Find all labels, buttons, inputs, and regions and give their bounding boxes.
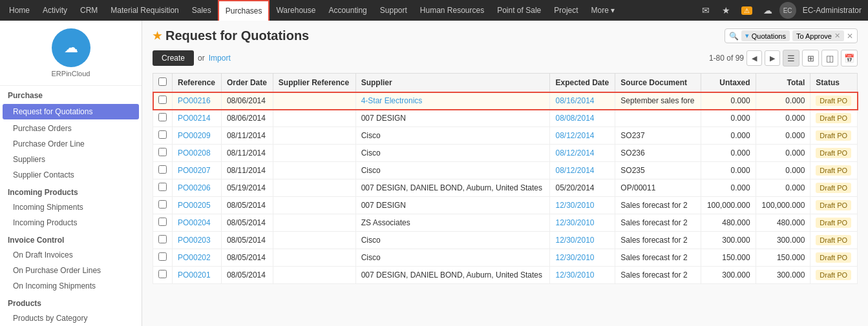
row-reference[interactable]: PO00202 <box>173 249 222 267</box>
row-supplier: 007 DESIGN <box>355 110 550 127</box>
filter-tag-to-approve[interactable]: To Approve ✕ <box>792 30 844 41</box>
nav-item-accounting[interactable]: Accounting <box>322 0 373 21</box>
sidebar-item-incoming-shipments[interactable]: Incoming Shipments <box>0 199 142 215</box>
row-checkbox[interactable] <box>153 127 173 145</box>
notification-icon[interactable]: ⚠ <box>738 1 756 19</box>
sidebar-item-po-line[interactable]: Purchase Order Line <box>0 136 142 152</box>
sidebar: ☁ ERPinCloud Purchase Request for Quotat… <box>0 21 142 326</box>
row-checkbox[interactable] <box>153 267 173 284</box>
row-checkbox[interactable] <box>153 197 173 214</box>
table-row[interactable]: PO0021608/06/20144-Star Electronics08/16… <box>153 92 858 110</box>
sidebar-item-draft-invoices[interactable]: On Draft Invoices <box>0 247 142 263</box>
row-total: 300.000 <box>756 267 810 284</box>
toolbar-left: Create or Import <box>153 50 231 66</box>
row-checkbox[interactable] <box>153 179 173 197</box>
row-status: Draft PO <box>810 214 858 232</box>
row-reference[interactable]: PO00203 <box>173 232 222 249</box>
filter-tag-quotations[interactable]: ▾ Quotations <box>741 30 790 41</box>
nav-item-purchases[interactable]: Purchases <box>218 0 270 21</box>
prev-page-button[interactable]: ◀ <box>746 50 762 66</box>
row-supplier-ref <box>273 267 355 284</box>
row-reference[interactable]: PO00209 <box>173 127 222 145</box>
nav-item-pos[interactable]: Point of Sale <box>491 0 547 21</box>
sidebar-item-purchase-orders[interactable]: Purchase Orders <box>0 121 142 136</box>
calendar-view-button[interactable]: 📅 <box>841 50 858 66</box>
sidebar-item-products-by-category[interactable]: Products by Category <box>0 311 142 326</box>
row-reference[interactable]: PO00214 <box>173 110 222 127</box>
create-button[interactable]: Create <box>153 50 194 66</box>
form-view-button[interactable]: ◫ <box>821 50 838 66</box>
row-checkbox[interactable] <box>153 92 173 110</box>
user-label[interactable]: EC-Administrator <box>799 6 865 15</box>
row-source-doc: Sales forecast for 2 <box>615 232 701 249</box>
row-expected-date: 08/12/2014 <box>550 162 615 179</box>
top-nav-right: ✉ ★ ⚠ ☁ EC EC-Administrator <box>697 1 865 19</box>
row-checkbox[interactable] <box>153 214 173 232</box>
sidebar-section-invoice: Invoice Control <box>0 230 142 247</box>
row-total: 0.000 <box>756 92 810 110</box>
table-row[interactable]: PO0021408/06/2014007 DESIGN08/08/20140.0… <box>153 110 858 127</box>
nav-item-warehouse[interactable]: Warehouse <box>270 0 322 21</box>
search-icon: 🔍 <box>729 32 739 41</box>
header-checkbox[interactable] <box>153 74 173 92</box>
favorite-star[interactable]: ★ <box>153 30 162 42</box>
row-supplier-ref <box>273 145 355 162</box>
nav-item-hr[interactable]: Human Resources <box>414 0 491 21</box>
nav-item-activity[interactable]: Activity <box>36 0 74 21</box>
import-button[interactable]: Import <box>209 54 231 63</box>
nav-item-project[interactable]: Project <box>547 0 584 21</box>
row-reference[interactable]: PO00205 <box>173 197 222 214</box>
top-navigation: Home Activity CRM Material Requisition S… <box>0 0 868 21</box>
row-untaxed: 0.000 <box>701 179 756 197</box>
sidebar-item-rfq[interactable]: Request for Quotations <box>3 104 139 119</box>
table-row[interactable]: PO0020508/05/2014007 DESIGN12/30/2010Sal… <box>153 197 858 214</box>
cloud-icon[interactable]: ☁ <box>759 1 777 19</box>
nav-item-home[interactable]: Home <box>3 0 36 21</box>
table-row[interactable]: PO0020408/05/2014ZS Associates12/30/2010… <box>153 214 858 232</box>
filter-close-icon[interactable]: ✕ <box>834 32 840 40</box>
row-order-date: 05/19/2014 <box>221 179 273 197</box>
row-reference[interactable]: PO00201 <box>173 267 222 284</box>
row-checkbox[interactable] <box>153 110 173 127</box>
row-total: 0.000 <box>756 145 810 162</box>
nav-item-sales[interactable]: Sales <box>185 0 218 21</box>
row-reference[interactable]: PO00207 <box>173 162 222 179</box>
email-icon[interactable]: ✉ <box>697 1 715 19</box>
nav-item-material[interactable]: Material Requisition <box>104 0 185 21</box>
nav-item-more[interactable]: More ▾ <box>585 0 622 21</box>
nav-item-support[interactable]: Support <box>374 0 414 21</box>
row-reference[interactable]: PO00206 <box>173 179 222 197</box>
star-icon[interactable]: ★ <box>717 1 736 19</box>
sidebar-item-suppliers[interactable]: Suppliers <box>0 152 142 167</box>
sidebar-item-incoming-shipments-inv[interactable]: On Incoming Shipments <box>0 278 142 294</box>
sidebar-item-supplier-contacts[interactable]: Supplier Contacts <box>0 167 142 183</box>
nav-item-crm[interactable]: CRM <box>74 0 104 21</box>
table-row[interactable]: PO0020208/05/2014Cisco12/30/2010Sales fo… <box>153 249 858 267</box>
row-untaxed: 300.000 <box>701 267 756 284</box>
sidebar-item-incoming-products[interactable]: Incoming Products <box>0 215 142 230</box>
sidebar-item-po-lines[interactable]: On Purchase Order Lines <box>0 263 142 278</box>
table-row[interactable]: PO0020108/05/2014007 DESIGN, DANIEL BOND… <box>153 267 858 284</box>
table-row[interactable]: PO0020908/11/2014Cisco08/12/2014SO2370.0… <box>153 127 858 145</box>
filter-clear-btn[interactable]: ✕ <box>847 32 853 41</box>
user-avatar[interactable]: EC <box>779 2 796 19</box>
row-reference[interactable]: PO00216 <box>173 92 222 110</box>
row-reference[interactable]: PO00208 <box>173 145 222 162</box>
row-reference[interactable]: PO00204 <box>173 214 222 232</box>
sidebar-section-incoming: Incoming Products <box>0 183 142 199</box>
table-row[interactable]: PO0020605/19/2014007 DESIGN, DANIEL BOND… <box>153 179 858 197</box>
row-supplier: Cisco <box>355 145 550 162</box>
kanban-view-button[interactable]: ⊞ <box>802 50 819 66</box>
row-supplier: Cisco <box>355 249 550 267</box>
list-view-button[interactable]: ☰ <box>783 50 799 66</box>
row-checkbox[interactable] <box>153 249 173 267</box>
row-checkbox[interactable] <box>153 232 173 249</box>
row-checkbox[interactable] <box>153 145 173 162</box>
row-checkbox[interactable] <box>153 162 173 179</box>
row-source-doc: Sales forecast for 2 <box>615 249 701 267</box>
row-untaxed: 0.000 <box>701 110 756 127</box>
table-row[interactable]: PO0020808/11/2014Cisco08/12/2014SO2360.0… <box>153 145 858 162</box>
table-row[interactable]: PO0020708/11/2014Cisco08/12/2014SO2350.0… <box>153 162 858 179</box>
next-page-button[interactable]: ▶ <box>765 50 780 66</box>
table-row[interactable]: PO0020308/05/2014Cisco12/30/2010Sales fo… <box>153 232 858 249</box>
